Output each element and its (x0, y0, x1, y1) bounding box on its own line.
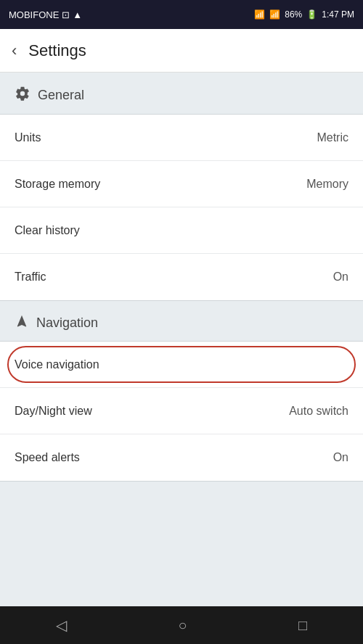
units-item[interactable]: Units Metric (0, 115, 363, 161)
clear-history-item[interactable]: Clear history (0, 207, 363, 254)
status-right: 📶 📶 86% 🔋 1:47 PM (254, 9, 354, 20)
header: ‹ Settings (0, 29, 363, 73)
clear-history-label: Clear history (15, 224, 80, 237)
day-night-view-value: Auto switch (289, 405, 348, 418)
storage-memory-item[interactable]: Storage memory Memory (0, 161, 363, 207)
storage-memory-label: Storage memory (15, 178, 100, 191)
time-label: 1:47 PM (322, 9, 354, 20)
home-nav-button[interactable]: ○ (178, 617, 187, 634)
carrier-icon: ⊡ (62, 9, 70, 20)
navigation-section-header: Navigation (0, 301, 363, 341)
wifi-icon: 📶 (254, 9, 265, 20)
speed-alerts-value: On (333, 451, 348, 464)
speed-alerts-label: Speed alerts (15, 451, 80, 464)
navigation-icon (15, 314, 29, 332)
general-settings-card: Units Metric Storage memory Memory Clear… (0, 114, 363, 301)
status-bar: MOBIFONE ⊡ ▲ 📶 📶 86% 🔋 1:47 PM (0, 0, 363, 29)
back-button[interactable]: ‹ (12, 41, 17, 60)
voice-navigation-label: Voice navigation (15, 358, 99, 371)
gear-icon (15, 86, 30, 105)
page-title: Settings (28, 41, 86, 60)
units-value: Metric (317, 131, 348, 144)
battery-icon: 🔋 (306, 9, 317, 20)
bottom-nav-bar: ◁ ○ □ (0, 606, 363, 644)
storage-memory-value: Memory (306, 178, 348, 191)
general-section-header: General (0, 73, 363, 114)
traffic-label: Traffic (15, 271, 46, 284)
day-night-view-label: Day/Night view (15, 405, 92, 418)
units-label: Units (15, 131, 41, 144)
navigation-section-title: Navigation (36, 315, 98, 331)
carrier-label: MOBIFONE (9, 9, 59, 20)
location-icon: ▲ (73, 9, 82, 20)
speed-alerts-item[interactable]: Speed alerts On (0, 434, 363, 481)
traffic-value: On (333, 271, 348, 284)
traffic-item[interactable]: Traffic On (0, 254, 363, 300)
recent-nav-button[interactable]: □ (298, 617, 307, 634)
navigation-settings-card: Voice navigation Day/Night view Auto swi… (0, 341, 363, 482)
battery-label: 86% (285, 9, 302, 20)
day-night-view-item[interactable]: Day/Night view Auto switch (0, 388, 363, 434)
back-nav-button[interactable]: ◁ (56, 616, 67, 634)
signal-icon: 📶 (269, 9, 280, 20)
general-section-title: General (38, 88, 84, 103)
status-left: MOBIFONE ⊡ ▲ (9, 9, 82, 20)
voice-navigation-item[interactable]: Voice navigation (0, 342, 363, 388)
